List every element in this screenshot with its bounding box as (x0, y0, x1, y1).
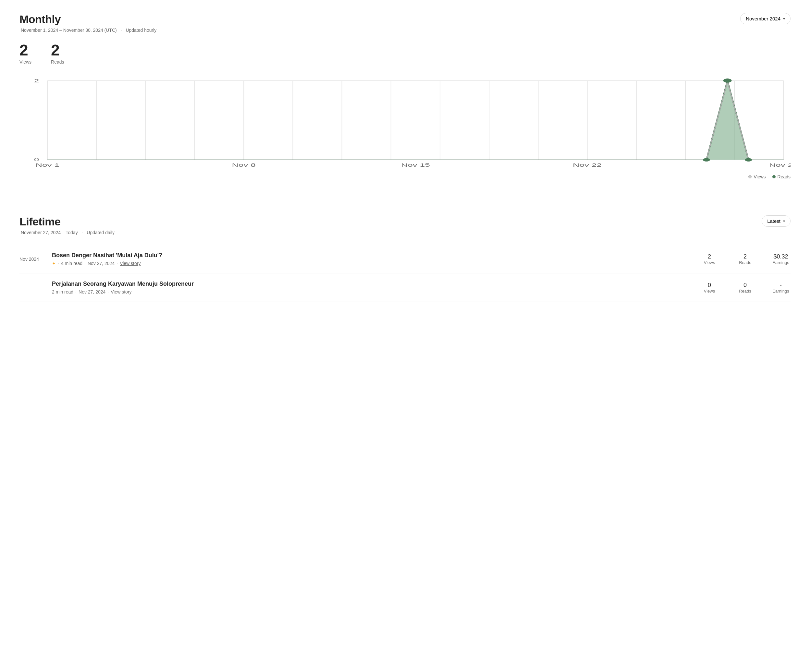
period-selector-button[interactable]: November 2024 ▾ (740, 13, 791, 24)
story-read-time-2: 2 min read (52, 289, 73, 295)
story-reads-stat-2: 0 Reads (735, 282, 755, 293)
monthly-header: Monthly November 2024 ▾ (19, 13, 791, 25)
member-star-icon: ✦ (52, 261, 56, 266)
separator2: · (82, 230, 84, 235)
story-views-label-2: Views (700, 289, 719, 293)
monthly-title: Monthly (19, 13, 61, 25)
svg-text:Nov 22: Nov 22 (573, 163, 602, 168)
story-publish-date: Nov 27, 2024 (88, 261, 115, 266)
story-reads-stat: 2 Reads (735, 253, 755, 265)
story-stats-2: 0 Views 0 Reads - Earnings (700, 282, 791, 293)
lifetime-date-range-text: November 27, 2024 – Today (21, 230, 78, 235)
story-views-stat-2: 0 Views (700, 282, 719, 293)
story-title-2: Perjalanan Seorang Karyawan Menuju Solop… (52, 281, 693, 287)
story-row: Nov 2024 Bosen Denger Nasihat 'Mulai Aja… (19, 245, 791, 273)
story-views-number: 2 (700, 253, 719, 260)
monthly-stats-row: 2 Views 2 Reads (19, 42, 791, 64)
monthly-reads-label: Reads (51, 59, 64, 64)
story-earnings-stat-2: - Earnings (771, 282, 791, 293)
story-publish-date-2: Nov 27, 2024 (79, 289, 105, 295)
story-views-label: Views (700, 260, 719, 265)
reads-dot-end (745, 158, 752, 162)
svg-text:Nov 1: Nov 1 (36, 163, 59, 168)
lifetime-title-group: Lifetime (19, 216, 60, 228)
lifetime-title: Lifetime (19, 216, 60, 228)
story-info: Bosen Denger Nasihat 'Mulai Aja Dulu'? ✦… (52, 252, 693, 266)
monthly-title-group: Monthly (19, 13, 61, 25)
section-divider (19, 199, 791, 199)
legend-reads-dot (772, 175, 776, 179)
reads-dot-peak (723, 79, 732, 83)
svg-text:Nov 29: Nov 29 (769, 163, 791, 168)
story-reads-label: Reads (735, 260, 755, 265)
legend-views-label: Views (754, 174, 766, 179)
monthly-views-stat: 2 Views (19, 42, 32, 64)
story-row-2: Perjalanan Seorang Karyawan Menuju Solop… (19, 273, 791, 302)
story-earnings-label-2: Earnings (771, 289, 791, 293)
legend-reads: Reads (772, 174, 791, 179)
story-stats: 2 Views 2 Reads $0.32 Earnings (700, 253, 791, 265)
monthly-chart: 2 0 Nov 1 Nov 8 Nov 15 Nov 22 Nov 29 (19, 74, 791, 171)
svg-text:0: 0 (34, 157, 39, 162)
story-read-time: 4 min read (61, 261, 83, 266)
story-month: Nov 2024 (19, 256, 46, 262)
chart-svg: 2 0 Nov 1 Nov 8 Nov 15 Nov 22 Nov 29 (19, 74, 791, 171)
lifetime-date-range: November 27, 2024 – Today · Updated dail… (19, 230, 791, 235)
reads-line (47, 81, 783, 160)
monthly-reads-number: 2 (51, 42, 64, 58)
story-reads-number-2: 0 (735, 282, 755, 289)
stories-table: Nov 2024 Bosen Denger Nasihat 'Mulai Aja… (19, 245, 791, 302)
svg-text:Nov 8: Nov 8 (232, 163, 256, 168)
story-reads-number: 2 (735, 253, 755, 260)
story-title: Bosen Denger Nasihat 'Mulai Aja Dulu'? (52, 252, 693, 259)
lifetime-section: Lifetime Latest ▾ November 27, 2024 – To… (19, 216, 791, 302)
view-story-link[interactable]: View story (120, 261, 140, 266)
monthly-date-range-text: November 1, 2024 – November 30, 2024 (UT… (21, 28, 117, 33)
legend-views: Views (748, 174, 766, 179)
monthly-section: Monthly November 2024 ▾ November 1, 2024… (19, 13, 791, 179)
story-earnings-number-2: - (771, 282, 791, 289)
monthly-views-label: Views (19, 59, 32, 64)
chart-legend: Views Reads (19, 174, 791, 179)
sort-selector-label: Latest (767, 218, 780, 224)
story-views-stat: 2 Views (700, 253, 719, 265)
story-earnings-number: $0.32 (771, 253, 791, 260)
separator: · (121, 28, 123, 33)
period-selector-label: November 2024 (746, 16, 780, 22)
svg-text:Nov 15: Nov 15 (401, 163, 430, 168)
legend-reads-label: Reads (778, 174, 791, 179)
story-meta-2: 2 min read · Nov 27, 2024 · View story (52, 289, 693, 295)
monthly-reads-stat: 2 Reads (51, 42, 64, 64)
svg-text:2: 2 (34, 78, 39, 83)
sort-selector-button[interactable]: Latest ▾ (762, 216, 791, 227)
reads-area (707, 81, 749, 160)
monthly-update-frequency: Updated hourly (126, 28, 157, 33)
monthly-views-number: 2 (19, 42, 32, 58)
story-earnings-label: Earnings (771, 260, 791, 265)
chevron-down-icon: ▾ (783, 17, 785, 21)
story-views-number-2: 0 (700, 282, 719, 289)
monthly-date-range: November 1, 2024 – November 30, 2024 (UT… (19, 28, 791, 33)
story-earnings-stat: $0.32 Earnings (771, 253, 791, 265)
story-info-2: Perjalanan Seorang Karyawan Menuju Solop… (52, 281, 693, 295)
reads-dot-start (703, 158, 710, 162)
views-line (47, 81, 783, 160)
chevron-down-icon-2: ▾ (783, 219, 785, 224)
lifetime-header: Lifetime Latest ▾ (19, 216, 791, 228)
story-meta: ✦ · 4 min read · Nov 27, 2024 · View sto… (52, 261, 693, 266)
view-story-link-2[interactable]: View story (111, 289, 132, 295)
story-reads-label-2: Reads (735, 289, 755, 293)
lifetime-update-frequency: Updated daily (87, 230, 115, 235)
legend-views-dot (748, 175, 752, 179)
